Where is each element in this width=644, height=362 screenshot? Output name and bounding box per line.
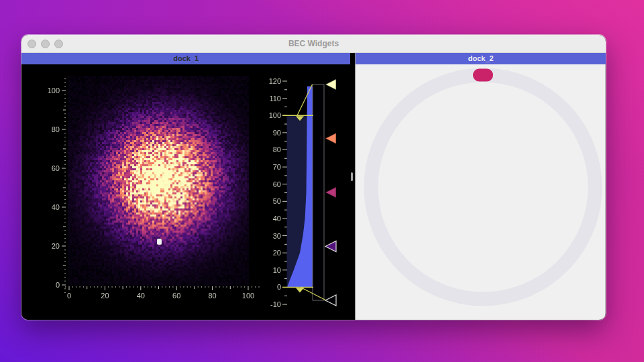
svg-text:110: 110 bbox=[269, 95, 281, 103]
svg-text:80: 80 bbox=[52, 125, 60, 133]
svg-text:0: 0 bbox=[56, 281, 60, 289]
ring-progress-chart bbox=[356, 64, 604, 319]
window-title: BEC Widgets bbox=[21, 39, 606, 48]
svg-text:40: 40 bbox=[273, 215, 281, 223]
svg-text:70: 70 bbox=[273, 163, 281, 171]
svg-text:90: 90 bbox=[273, 129, 281, 137]
dock-1: dock_1 020406080100020406080100-10010203… bbox=[21, 53, 350, 320]
dock-1-title[interactable]: dock_1 bbox=[21, 53, 350, 64]
svg-text:0: 0 bbox=[277, 283, 281, 291]
svg-text:30: 30 bbox=[273, 232, 281, 240]
svg-text:20: 20 bbox=[101, 292, 109, 300]
svg-text:120: 120 bbox=[269, 77, 281, 85]
image-plot[interactable]: 020406080100020406080100-100102030405060… bbox=[21, 64, 350, 320]
svg-text:-10: -10 bbox=[270, 300, 281, 308]
window-titlebar[interactable]: BEC Widgets bbox=[21, 35, 606, 53]
dock-splitter[interactable] bbox=[350, 53, 356, 320]
ring-progress-widget bbox=[356, 64, 606, 320]
dock-2-title[interactable]: dock_2 bbox=[356, 53, 606, 64]
svg-text:100: 100 bbox=[48, 86, 60, 95]
dock-area: dock_1 020406080100020406080100-10010203… bbox=[21, 53, 606, 320]
svg-text:80: 80 bbox=[208, 292, 216, 300]
svg-text:20: 20 bbox=[52, 242, 60, 250]
splitter-grip-icon bbox=[351, 172, 353, 181]
svg-text:80: 80 bbox=[273, 145, 281, 154]
dock-2: dock_2 bbox=[356, 53, 606, 320]
desktop: { "window": { "title": "BEC Widgets", "t… bbox=[0, 0, 644, 362]
svg-text:60: 60 bbox=[52, 164, 60, 172]
mouse-cursor-dot bbox=[157, 239, 162, 245]
plot-axes-and-colorbar[interactable]: 020406080100020406080100-100102030405060… bbox=[21, 64, 351, 320]
svg-text:20: 20 bbox=[273, 249, 281, 257]
svg-text:10: 10 bbox=[273, 266, 281, 274]
svg-text:60: 60 bbox=[273, 180, 281, 188]
svg-text:100: 100 bbox=[242, 292, 254, 300]
app-window: BEC Widgets dock_1 020406080100020406080… bbox=[21, 35, 606, 320]
svg-text:40: 40 bbox=[52, 203, 60, 211]
svg-text:60: 60 bbox=[172, 292, 180, 300]
svg-text:50: 50 bbox=[273, 197, 281, 205]
svg-text:100: 100 bbox=[269, 111, 281, 119]
svg-text:40: 40 bbox=[137, 292, 145, 300]
svg-text:0: 0 bbox=[67, 292, 71, 300]
